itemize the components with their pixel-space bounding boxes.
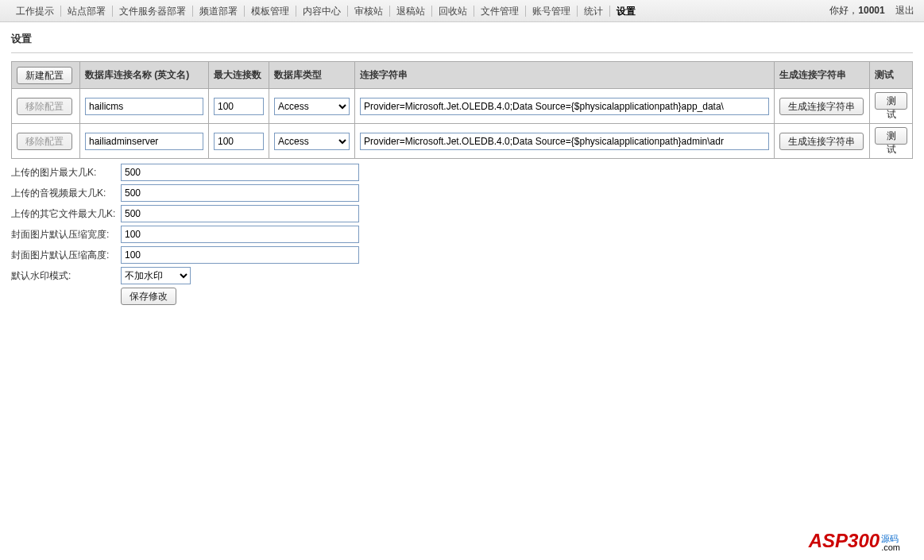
form-row: 上传的图片最大几K: bbox=[11, 164, 913, 181]
save-button[interactable]: 保存修改 bbox=[121, 288, 176, 305]
user-id: 10001 bbox=[858, 5, 884, 16]
cell-action: 移除配置 bbox=[12, 89, 80, 124]
cell-gen: 生成连接字符串 bbox=[775, 124, 870, 159]
form-row: 封面图片默认压缩宽度: bbox=[11, 226, 913, 243]
form-row-save: 保存修改 bbox=[11, 288, 913, 305]
nav-item[interactable]: 文件管理 bbox=[474, 6, 526, 17]
db-type-select[interactable]: Access bbox=[274, 98, 350, 115]
conn-string-input[interactable] bbox=[360, 133, 769, 150]
gen-conn-button[interactable]: 生成连接字符串 bbox=[779, 98, 864, 115]
form-input[interactable] bbox=[121, 184, 359, 202]
cell-type: Access bbox=[269, 124, 355, 159]
cell-test: 测试 bbox=[870, 124, 913, 159]
nav-item[interactable]: 统计 bbox=[578, 6, 610, 17]
config-table: 新建配置 数据库连接名称 (英文名) 最大连接数 数据库类型 连接字符串 生成连… bbox=[11, 61, 913, 159]
db-type-select[interactable]: Access bbox=[274, 133, 350, 150]
watermark-logo: ASP300 源码 .com bbox=[809, 530, 900, 552]
nav-item[interactable]: 频道部署 bbox=[193, 6, 245, 17]
logout-link[interactable]: 退出 bbox=[895, 5, 914, 16]
nav-item[interactable]: 文件服务器部署 bbox=[113, 6, 193, 17]
form-label: 上传的其它文件最大几K: bbox=[11, 207, 121, 221]
watermark-select[interactable]: 不加水印 bbox=[121, 267, 191, 284]
cell-gen: 生成连接字符串 bbox=[775, 89, 870, 124]
test-conn-button[interactable]: 测试 bbox=[875, 127, 907, 145]
cell-action: 移除配置 bbox=[12, 124, 80, 159]
nav-item[interactable]: 审核站 bbox=[348, 6, 390, 17]
form-input[interactable] bbox=[121, 226, 359, 243]
form-row: 上传的音视频最大几K: bbox=[11, 184, 913, 202]
userbox: 你好，10001 退出 bbox=[829, 4, 914, 17]
table-row: 移除配置Access生成连接字符串测试 bbox=[12, 124, 913, 159]
header-test: 测试 bbox=[870, 62, 913, 89]
nav-item[interactable]: 账号管理 bbox=[526, 6, 578, 17]
nav-item[interactable]: 模板管理 bbox=[245, 6, 296, 17]
cell-name bbox=[80, 89, 209, 124]
nav-item[interactable]: 设置 bbox=[610, 6, 642, 17]
header-gen: 生成连接字符串 bbox=[775, 62, 870, 89]
cell-max bbox=[209, 89, 269, 124]
settings-form: 上传的图片最大几K:上传的音视频最大几K:上传的其它文件最大几K:封面图片默认压… bbox=[11, 164, 913, 305]
cell-name bbox=[80, 124, 209, 159]
form-label: 上传的图片最大几K: bbox=[11, 166, 121, 180]
nav-item[interactable]: 内容中心 bbox=[296, 6, 348, 17]
nav: 工作提示站点部署文件服务器部署频道部署模板管理内容中心审核站退稿站回收站文件管理… bbox=[10, 6, 642, 17]
form-input[interactable] bbox=[121, 246, 359, 264]
form-label: 封面图片默认压缩高度: bbox=[11, 249, 121, 262]
nav-item[interactable]: 站点部署 bbox=[61, 6, 113, 17]
greeting: 你好， bbox=[829, 5, 858, 16]
test-conn-button[interactable]: 测试 bbox=[875, 92, 907, 110]
page: 设置 新建配置 数据库连接名称 (英文名) 最大连接数 数据库类型 连接字符串 … bbox=[0, 22, 924, 318]
conn-string-input[interactable] bbox=[360, 98, 769, 115]
cell-test: 测试 bbox=[870, 89, 913, 124]
header-max: 最大连接数 bbox=[209, 62, 269, 89]
form-label: 默认水印模式: bbox=[11, 269, 121, 283]
form-row: 封面图片默认压缩高度: bbox=[11, 246, 913, 264]
nav-item[interactable]: 工作提示 bbox=[10, 6, 61, 17]
nav-item[interactable]: 退稿站 bbox=[390, 6, 432, 17]
table-row: 移除配置Access生成连接字符串测试 bbox=[12, 89, 913, 124]
remove-config-button[interactable]: 移除配置 bbox=[17, 98, 72, 115]
cell-conn bbox=[355, 89, 775, 124]
header-conn: 连接字符串 bbox=[355, 62, 775, 89]
header-type: 数据库类型 bbox=[269, 62, 355, 89]
cell-conn bbox=[355, 124, 775, 159]
conn-name-input[interactable] bbox=[85, 98, 203, 115]
max-conn-input[interactable] bbox=[214, 98, 264, 115]
form-label: 上传的音视频最大几K: bbox=[11, 187, 121, 200]
form-input[interactable] bbox=[121, 205, 359, 222]
max-conn-input[interactable] bbox=[214, 133, 264, 150]
nav-item[interactable]: 回收站 bbox=[432, 6, 474, 17]
form-label: 封面图片默认压缩宽度: bbox=[11, 228, 121, 241]
header-name: 数据库连接名称 (英文名) bbox=[80, 62, 209, 89]
gen-conn-button[interactable]: 生成连接字符串 bbox=[779, 133, 864, 150]
cell-type: Access bbox=[269, 89, 355, 124]
header-action: 新建配置 bbox=[12, 62, 80, 89]
page-title: 设置 bbox=[11, 32, 913, 53]
form-input[interactable] bbox=[121, 164, 359, 181]
topbar: 工作提示站点部署文件服务器部署频道部署模板管理内容中心审核站退稿站回收站文件管理… bbox=[0, 0, 924, 22]
conn-name-input[interactable] bbox=[85, 133, 203, 150]
table-header-row: 新建配置 数据库连接名称 (英文名) 最大连接数 数据库类型 连接字符串 生成连… bbox=[12, 62, 913, 89]
form-row-watermark: 默认水印模式:不加水印 bbox=[11, 267, 913, 284]
cell-max bbox=[209, 124, 269, 159]
remove-config-button[interactable]: 移除配置 bbox=[17, 133, 72, 150]
new-config-button[interactable]: 新建配置 bbox=[17, 67, 72, 84]
form-row: 上传的其它文件最大几K: bbox=[11, 205, 913, 222]
